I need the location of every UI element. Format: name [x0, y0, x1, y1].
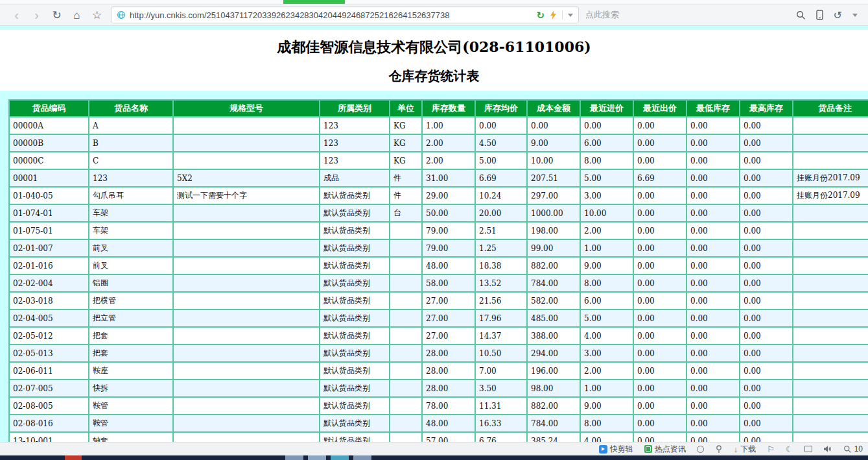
hot-news-button[interactable]: 热点资讯: [644, 444, 686, 455]
table-cell: 57.00: [423, 433, 475, 442]
url-dropdown-icon[interactable]: [568, 14, 573, 17]
table-cell: 9.00: [528, 135, 580, 151]
table-cell: 02-01-016: [10, 258, 88, 274]
window-icon: [804, 446, 812, 452]
table-cell: [390, 223, 421, 239]
table-cell: 0.00: [634, 135, 686, 151]
table-cell: 18.38: [476, 258, 526, 274]
table-cell: 0.00: [634, 293, 686, 309]
taskbar-window-preview[interactable]: [285, 455, 303, 460]
globe-icon: [117, 10, 126, 19]
table-cell: 挂账月份2017.09: [793, 170, 868, 186]
table-cell: [174, 117, 319, 134]
favorites-star-button[interactable]: ☆: [87, 6, 107, 23]
table-cell: 前叉: [89, 240, 172, 256]
table-cell: 02-08-005: [10, 398, 88, 414]
table-cell: [390, 415, 421, 431]
volume-button[interactable]: [823, 445, 832, 453]
table-cell: 0.00: [687, 170, 739, 186]
table-cell: 0.00: [687, 117, 739, 134]
table-cell: 13.52: [476, 275, 526, 291]
table-cell: 把立管: [89, 310, 172, 326]
forward-button[interactable]: ›: [27, 6, 47, 23]
table-cell: 0.00: [581, 117, 633, 134]
table-cell: KG: [390, 135, 421, 151]
lightning-icon[interactable]: [550, 10, 557, 19]
search-hint[interactable]: 点此搜索: [585, 9, 619, 21]
table-cell: [390, 258, 421, 274]
table-cell: [390, 433, 421, 442]
table-cell: 7.00: [476, 363, 526, 379]
table-cell: 27.00: [423, 310, 475, 326]
table-cell: 20.00: [476, 205, 526, 221]
table-cell: [793, 275, 868, 291]
undo-icon[interactable]: ↺: [834, 9, 842, 21]
quick-edit-button[interactable]: 快剪辑: [599, 444, 633, 455]
table-cell: 10.50: [476, 345, 526, 361]
table-cell: 0.00: [634, 433, 686, 442]
refresh-button[interactable]: ↻: [47, 6, 67, 23]
table-cell: 8.00: [581, 275, 633, 291]
table-cell: [793, 152, 868, 169]
table-cell: 5.00: [581, 170, 633, 186]
page-content: 成都佳智源信息技术有限公司(028-61101006) 仓库存货统计表 货品编码…: [0, 26, 868, 442]
table-row: 02-05-013把套默认货品类别28.0010.50294.003.000.0…: [10, 345, 868, 361]
windows-taskbar: [0, 455, 868, 460]
address-bar[interactable]: http://yun.cnkis.com/2510437117203392623…: [111, 6, 579, 23]
accelerator-button[interactable]: [697, 446, 704, 453]
table-cell: 鞍管: [89, 415, 172, 431]
table-cell: 0.00: [740, 135, 792, 151]
table-cell: 02-02-004: [10, 275, 88, 291]
table-cell: [793, 345, 868, 361]
table-cell: [390, 275, 421, 291]
home-button[interactable]: ⌂: [67, 6, 87, 23]
back-button[interactable]: ‹: [6, 6, 27, 23]
table-cell: 默认货品类别: [320, 205, 389, 221]
table-cell: 02-08-016: [10, 415, 88, 431]
table-cell: 2.00: [581, 223, 633, 239]
table-cell: 0.00: [634, 310, 686, 326]
search-icon[interactable]: [796, 10, 806, 20]
download-label: 下载: [740, 444, 756, 455]
download-button[interactable]: ↓ 下载: [734, 444, 757, 455]
title-band: 成都佳智源信息技术有限公司(028-61101006) 仓库存货统计表: [0, 30, 868, 91]
night-mode-button[interactable]: ☾: [786, 445, 793, 454]
taskbar-window-preview[interactable]: [331, 455, 349, 460]
table-row: 02-05-012把套默认货品类别27.0014.37388.004.000.0…: [10, 328, 868, 344]
undo-dropdown-icon[interactable]: [852, 14, 858, 17]
table-cell: 0.00: [687, 310, 739, 326]
table-cell: 0.00: [740, 415, 792, 431]
flag-button[interactable]: ⚐: [767, 445, 775, 454]
table-cell: 默认货品类别: [320, 433, 389, 442]
table-row: 00000BB123KG2.004.509.006.000.000.000.00: [10, 135, 868, 151]
column-header: 库存数量: [423, 101, 475, 116]
taskbar-window-preview[interactable]: [353, 455, 371, 460]
table-cell: 02-06-011: [10, 363, 88, 379]
table-cell: 默认货品类别: [320, 240, 389, 256]
taskbar-window-preview[interactable]: [308, 455, 326, 460]
table-cell: 0.00: [634, 240, 686, 256]
table-cell: 31.00: [423, 170, 475, 186]
table-cell: 0.00: [740, 363, 792, 379]
table-cell: 0.00: [687, 398, 739, 414]
table-cell: 0.00: [740, 293, 792, 309]
quick-edit-label: 快剪辑: [610, 444, 633, 455]
table-cell: 0.00: [687, 275, 739, 291]
zoom-control[interactable]: 10: [843, 444, 863, 454]
table-cell: [174, 433, 319, 442]
table-cell: 10.00: [528, 152, 580, 169]
table-cell: 2.00: [581, 363, 633, 379]
table-cell: 6.76: [476, 433, 526, 442]
column-header: 最高库存: [740, 101, 792, 116]
taskbar-app[interactable]: [65, 455, 82, 460]
url-text[interactable]: http://yun.cnkis.com/2510437117203392623…: [130, 10, 531, 20]
mobile-phone-icon[interactable]: [816, 10, 823, 20]
table-cell: 294.00: [528, 345, 580, 361]
pin-button[interactable]: [715, 445, 723, 454]
layout-button[interactable]: [804, 446, 812, 452]
table-cell: 485.00: [528, 310, 580, 326]
table-row: 02-03-018把横管默认货品类别27.0021.56582.006.000.…: [10, 293, 868, 309]
auto-refresh-icon[interactable]: ↻: [536, 10, 545, 20]
table-cell: 79.00: [423, 240, 475, 256]
table-cell: 13-10-001: [10, 433, 88, 442]
